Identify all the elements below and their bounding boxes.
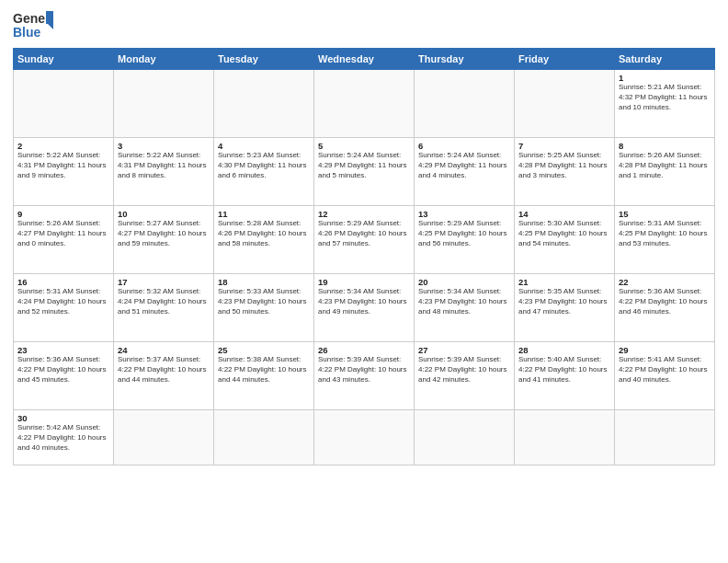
- logo: General Blue: [13, 9, 53, 42]
- day-number: 17: [118, 277, 210, 287]
- day-cell: 3Sunrise: 5:22 AM Sunset: 4:31 PM Daylig…: [114, 138, 214, 206]
- day-number: 24: [118, 345, 210, 355]
- day-info: Sunrise: 5:35 AM Sunset: 4:23 PM Dayligh…: [518, 287, 610, 316]
- week-row-4: 16Sunrise: 5:31 AM Sunset: 4:24 PM Dayli…: [14, 274, 715, 342]
- week-row-6: 30Sunrise: 5:42 AM Sunset: 4:22 PM Dayli…: [14, 410, 715, 465]
- day-cell: [515, 410, 615, 465]
- day-cell: [214, 70, 314, 138]
- col-header-wednesday: Wednesday: [314, 49, 415, 70]
- day-cell: 9Sunrise: 5:26 AM Sunset: 4:27 PM Daylig…: [14, 206, 114, 274]
- day-cell: 18Sunrise: 5:33 AM Sunset: 4:23 PM Dayli…: [214, 274, 314, 342]
- day-info: Sunrise: 5:39 AM Sunset: 4:22 PM Dayligh…: [318, 355, 410, 385]
- day-info: Sunrise: 5:29 AM Sunset: 4:26 PM Dayligh…: [318, 219, 410, 248]
- day-number: 6: [418, 141, 510, 151]
- day-number: 12: [318, 209, 410, 219]
- day-number: 15: [619, 209, 711, 219]
- day-info: Sunrise: 5:30 AM Sunset: 4:25 PM Dayligh…: [518, 219, 610, 248]
- day-cell: [314, 70, 415, 138]
- day-cell: 4Sunrise: 5:23 AM Sunset: 4:30 PM Daylig…: [214, 138, 314, 206]
- day-info: Sunrise: 5:31 AM Sunset: 4:24 PM Dayligh…: [17, 287, 109, 316]
- day-number: 11: [218, 209, 310, 219]
- week-row-1: 1Sunrise: 5:21 AM Sunset: 4:32 PM Daylig…: [14, 70, 715, 138]
- day-cell: 21Sunrise: 5:35 AM Sunset: 4:23 PM Dayli…: [515, 274, 615, 342]
- day-number: 23: [17, 345, 109, 355]
- day-cell: [314, 410, 415, 465]
- day-cell: 25Sunrise: 5:38 AM Sunset: 4:22 PM Dayli…: [214, 342, 314, 410]
- day-info: Sunrise: 5:22 AM Sunset: 4:31 PM Dayligh…: [17, 151, 109, 180]
- calendar-table: SundayMondayTuesdayWednesdayThursdayFrid…: [13, 48, 715, 465]
- day-number: 16: [17, 277, 109, 287]
- day-cell: [415, 410, 515, 465]
- day-cell: 5Sunrise: 5:24 AM Sunset: 4:29 PM Daylig…: [314, 138, 415, 206]
- day-cell: 10Sunrise: 5:27 AM Sunset: 4:27 PM Dayli…: [114, 206, 214, 274]
- col-header-saturday: Saturday: [615, 49, 715, 70]
- day-info: Sunrise: 5:21 AM Sunset: 4:32 PM Dayligh…: [619, 83, 711, 112]
- day-cell: [214, 410, 314, 465]
- day-cell: [415, 70, 515, 138]
- day-info: Sunrise: 5:26 AM Sunset: 4:27 PM Dayligh…: [17, 219, 109, 248]
- page-header: General Blue: [13, 9, 715, 42]
- day-number: 18: [218, 277, 310, 287]
- day-info: Sunrise: 5:33 AM Sunset: 4:23 PM Dayligh…: [218, 287, 310, 316]
- day-info: Sunrise: 5:34 AM Sunset: 4:23 PM Dayligh…: [418, 287, 510, 316]
- day-cell: 1Sunrise: 5:21 AM Sunset: 4:32 PM Daylig…: [615, 70, 715, 138]
- day-info: Sunrise: 5:34 AM Sunset: 4:23 PM Dayligh…: [318, 287, 410, 316]
- day-cell: 16Sunrise: 5:31 AM Sunset: 4:24 PM Dayli…: [14, 274, 114, 342]
- day-number: 10: [118, 209, 210, 219]
- day-number: 30: [17, 413, 109, 423]
- day-number: 13: [418, 209, 510, 219]
- col-header-tuesday: Tuesday: [214, 49, 314, 70]
- day-cell: [114, 70, 214, 138]
- day-number: 27: [418, 345, 510, 355]
- day-info: Sunrise: 5:24 AM Sunset: 4:29 PM Dayligh…: [318, 151, 410, 180]
- day-info: Sunrise: 5:23 AM Sunset: 4:30 PM Dayligh…: [218, 151, 310, 180]
- day-cell: 22Sunrise: 5:36 AM Sunset: 4:22 PM Dayli…: [615, 274, 715, 342]
- day-number: 1: [619, 73, 711, 83]
- day-info: Sunrise: 5:39 AM Sunset: 4:22 PM Dayligh…: [418, 355, 510, 385]
- day-cell: 28Sunrise: 5:40 AM Sunset: 4:22 PM Dayli…: [515, 342, 615, 410]
- day-cell: [515, 70, 615, 138]
- day-number: 28: [518, 345, 610, 355]
- day-cell: [615, 410, 715, 465]
- day-number: 2: [17, 141, 109, 151]
- day-number: 14: [518, 209, 610, 219]
- day-number: 21: [518, 277, 610, 287]
- day-cell: 11Sunrise: 5:28 AM Sunset: 4:26 PM Dayli…: [214, 206, 314, 274]
- day-cell: 13Sunrise: 5:29 AM Sunset: 4:25 PM Dayli…: [415, 206, 515, 274]
- day-number: 26: [318, 345, 410, 355]
- svg-marker-2: [46, 11, 53, 24]
- day-cell: [114, 410, 214, 465]
- day-info: Sunrise: 5:26 AM Sunset: 4:28 PM Dayligh…: [619, 151, 711, 180]
- day-info: Sunrise: 5:36 AM Sunset: 4:22 PM Dayligh…: [17, 355, 109, 385]
- svg-marker-3: [48, 24, 53, 29]
- day-cell: 12Sunrise: 5:29 AM Sunset: 4:26 PM Dayli…: [314, 206, 415, 274]
- day-number: 22: [619, 277, 711, 287]
- day-cell: 2Sunrise: 5:22 AM Sunset: 4:31 PM Daylig…: [14, 138, 114, 206]
- day-cell: 27Sunrise: 5:39 AM Sunset: 4:22 PM Dayli…: [415, 342, 515, 410]
- day-info: Sunrise: 5:36 AM Sunset: 4:22 PM Dayligh…: [619, 287, 711, 316]
- day-cell: 17Sunrise: 5:32 AM Sunset: 4:24 PM Dayli…: [114, 274, 214, 342]
- day-info: Sunrise: 5:38 AM Sunset: 4:22 PM Dayligh…: [218, 355, 310, 385]
- svg-text:Blue: Blue: [13, 25, 41, 40]
- day-cell: 14Sunrise: 5:30 AM Sunset: 4:25 PM Dayli…: [515, 206, 615, 274]
- day-info: Sunrise: 5:37 AM Sunset: 4:22 PM Dayligh…: [118, 355, 210, 385]
- day-cell: 26Sunrise: 5:39 AM Sunset: 4:22 PM Dayli…: [314, 342, 415, 410]
- day-number: 29: [619, 345, 711, 355]
- day-info: Sunrise: 5:29 AM Sunset: 4:25 PM Dayligh…: [418, 219, 510, 248]
- col-header-friday: Friday: [515, 49, 615, 70]
- col-header-sunday: Sunday: [14, 49, 114, 70]
- day-number: 19: [318, 277, 410, 287]
- day-cell: 24Sunrise: 5:37 AM Sunset: 4:22 PM Dayli…: [114, 342, 214, 410]
- day-number: 25: [218, 345, 310, 355]
- day-info: Sunrise: 5:27 AM Sunset: 4:27 PM Dayligh…: [118, 219, 210, 248]
- day-cell: 7Sunrise: 5:25 AM Sunset: 4:28 PM Daylig…: [515, 138, 615, 206]
- day-cell: 30Sunrise: 5:42 AM Sunset: 4:22 PM Dayli…: [14, 410, 114, 465]
- day-info: Sunrise: 5:24 AM Sunset: 4:29 PM Dayligh…: [418, 151, 510, 180]
- day-cell: 19Sunrise: 5:34 AM Sunset: 4:23 PM Dayli…: [314, 274, 415, 342]
- day-cell: [14, 70, 114, 138]
- col-header-thursday: Thursday: [415, 49, 515, 70]
- day-cell: 15Sunrise: 5:31 AM Sunset: 4:25 PM Dayli…: [615, 206, 715, 274]
- day-info: Sunrise: 5:25 AM Sunset: 4:28 PM Dayligh…: [518, 151, 610, 180]
- day-cell: 23Sunrise: 5:36 AM Sunset: 4:22 PM Dayli…: [14, 342, 114, 410]
- week-row-5: 23Sunrise: 5:36 AM Sunset: 4:22 PM Dayli…: [14, 342, 715, 410]
